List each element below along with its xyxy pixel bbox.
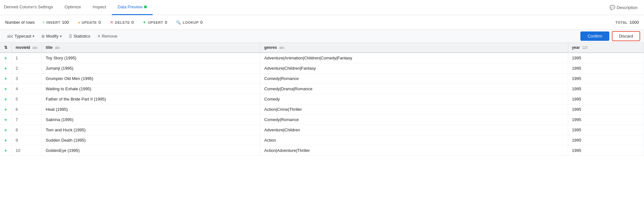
cell-genres: Adventure|Animation|Children|Comedy|Fant… [260, 53, 568, 63]
total-label: TOTAL [615, 21, 628, 24]
delete-stat: ✕ DELETE 0 [110, 20, 134, 25]
row-marker: + [0, 94, 12, 104]
update-label: UPDATE [82, 21, 97, 24]
data-table-container: ⇅ movieId abc title abc genres abc year … [0, 43, 644, 211]
cell-movieid: 8 [12, 125, 42, 135]
typecast-button[interactable]: abc Typecast ▾ [4, 32, 38, 40]
row-marker: + [0, 63, 12, 74]
table-row: +6Heat (1995)Action|Crime|Thriller1995 [0, 104, 644, 115]
delete-label: DELETE [115, 21, 130, 24]
upsert-label: UPSERT [148, 21, 163, 24]
insert-icon: + [42, 20, 45, 25]
typecast-chevron-icon: ▾ [32, 34, 34, 39]
col-sort[interactable]: ⇅ [0, 43, 12, 53]
cell-year: 1995 [568, 63, 644, 74]
nav-data-preview-label: Data Preview [118, 4, 142, 9]
statistics-label: Statistics [74, 34, 90, 39]
cell-title: Jumanji (1995) [42, 63, 260, 74]
nav-optimize[interactable]: Optimize [59, 0, 87, 15]
insert-label: INSERT [46, 21, 60, 24]
modify-button[interactable]: ⊞ Modify ▾ [38, 32, 65, 40]
cell-year: 1995 [568, 115, 644, 125]
row-marker: + [0, 135, 12, 145]
row-marker: + [0, 74, 12, 84]
data-table: ⇅ movieId abc title abc genres abc year … [0, 43, 644, 156]
remove-label: Remove [102, 34, 117, 39]
typecast-icon: abc [7, 34, 13, 39]
lookup-stat: 🔍 LOOKUP 0 [176, 20, 202, 25]
modify-label: Modify [46, 34, 58, 39]
cell-year: 1995 [568, 74, 644, 84]
total-value: 1000 [630, 20, 639, 25]
cell-title: Toy Story (1995) [42, 53, 260, 63]
cell-title: Father of the Bride Part II (1995) [42, 94, 260, 104]
discard-button[interactable]: Discard [612, 31, 640, 41]
description-button[interactable]: 💬 Description [607, 5, 640, 10]
cell-genres: Comedy|Romance [260, 115, 568, 125]
cell-title: Waiting to Exhale (1995) [42, 84, 260, 94]
cell-title: Sudden Death (1995) [42, 135, 260, 145]
cell-movieid: 6 [12, 104, 42, 115]
cell-movieid: 7 [12, 115, 42, 125]
cell-genres: Adventure|Children|Fantasy [260, 63, 568, 74]
row-count-label: Number of rows [5, 20, 35, 25]
row-marker: + [0, 125, 12, 135]
lookup-label: LOOKUP [183, 21, 199, 24]
table-row: +1Toy Story (1995)Adventure|Animation|Ch… [0, 53, 644, 63]
cell-genres: Comedy [260, 94, 568, 104]
table-row: +9Sudden Death (1995)Action1995 [0, 135, 644, 145]
table-row: +10GoldenEye (1995)Action|Adventure|Thri… [0, 145, 644, 156]
table-row: +4Waiting to Exhale (1995)Comedy|Drama|R… [0, 84, 644, 94]
statistics-icon: ☰ [69, 34, 72, 39]
cell-year: 1995 [568, 125, 644, 135]
table-header-row: ⇅ movieId abc title abc genres abc year … [0, 43, 644, 53]
lookup-value: 0 [200, 20, 202, 25]
cell-title: Tom and Huck (1995) [42, 125, 260, 135]
cell-year: 1995 [568, 104, 644, 115]
table-row: +2Jumanji (1995)Adventure|Children|Fanta… [0, 63, 644, 74]
insert-value: 100 [62, 20, 69, 25]
row-marker: + [0, 53, 12, 63]
col-genres[interactable]: genres abc [260, 43, 568, 53]
cell-genres: Action|Crime|Thriller [260, 104, 568, 115]
remove-icon: ✕ [97, 34, 101, 39]
delete-value: 0 [131, 20, 134, 25]
col-movieid[interactable]: movieId abc [12, 43, 42, 53]
nav-optimize-label: Optimize [65, 4, 81, 9]
table-row: +7Sabrina (1995)Comedy|Romance1995 [0, 115, 644, 125]
lookup-icon: 🔍 [176, 20, 181, 25]
remove-button[interactable]: ✕ Remove [94, 32, 121, 40]
cell-year: 1995 [568, 135, 644, 145]
cell-title: Heat (1995) [42, 104, 260, 115]
cell-movieid: 5 [12, 94, 42, 104]
modify-chevron-icon: ▾ [60, 34, 62, 39]
nav-derived-settings-label: Derived Column's Settings [4, 4, 53, 9]
cell-genres: Adventure|Children [260, 125, 568, 135]
cell-title: Sabrina (1995) [42, 115, 260, 125]
nav-inspect[interactable]: Inspect [87, 0, 112, 15]
typecast-label: Typecast [14, 34, 31, 39]
statistics-button[interactable]: ☰ Statistics [66, 32, 94, 40]
nav-derived-settings[interactable]: Derived Column's Settings [4, 0, 59, 15]
cell-title: Grumpier Old Men (1995) [42, 74, 260, 84]
confirm-button[interactable]: Confirm [580, 31, 609, 41]
col-title[interactable]: title abc [42, 43, 260, 53]
modify-icon: ⊞ [41, 34, 45, 39]
nav-data-preview[interactable]: Data Preview [112, 0, 153, 15]
row-marker: + [0, 104, 12, 115]
nav-inspect-label: Inspect [93, 4, 106, 9]
total-stat: TOTAL 1000 [615, 20, 639, 25]
upsert-stat: ✦ UPSERT 0 [143, 20, 167, 25]
description-label: Description [617, 5, 638, 10]
cell-movieid: 10 [12, 145, 42, 156]
comment-icon: 💬 [610, 5, 615, 10]
stats-bar: Number of rows + INSERT 100 ● UPDATE 0 ✕… [0, 15, 644, 30]
cell-genres: Comedy|Drama|Romance [260, 84, 568, 94]
row-marker: + [0, 84, 12, 94]
upsert-value: 0 [165, 20, 167, 25]
row-marker: + [0, 145, 12, 156]
cell-year: 1995 [568, 94, 644, 104]
top-nav: Derived Column's Settings Optimize Inspe… [0, 0, 644, 15]
insert-stat: + INSERT 100 [42, 20, 69, 25]
col-year[interactable]: year 123 [568, 43, 644, 53]
